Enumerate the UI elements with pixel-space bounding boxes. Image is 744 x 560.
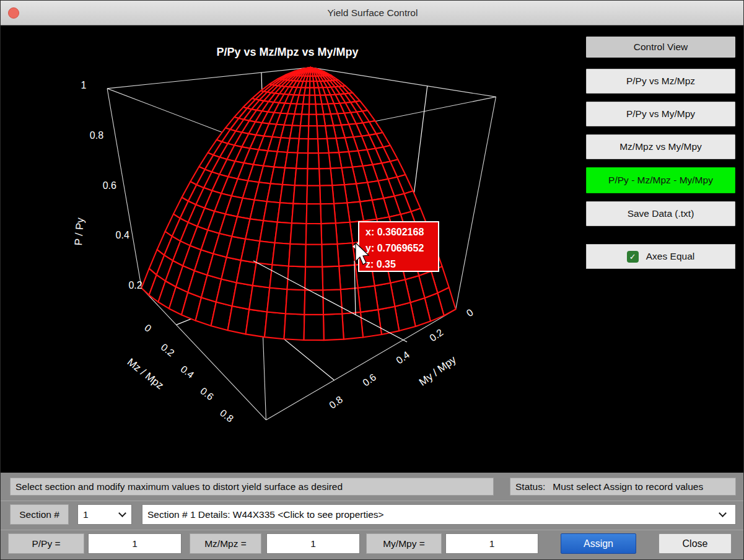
sidebar-button-control-view[interactable]: Control View [586,37,735,58]
separator [1,501,744,501]
svg-text:0.6: 0.6 [361,372,378,388]
axes-equal-checkbox[interactable]: ✓ [627,251,639,263]
svg-text:P/Py vs Mz/Mpz vs My/Mpy: P/Py vs Mz/Mpz vs My/Mpy [216,46,358,58]
sidebar-button-label: P/Py - Mz/Mpz - My/Mpy [608,175,713,186]
mympy-input[interactable] [445,533,538,554]
svg-text:y: 0.7069652: y: 0.7069652 [365,243,424,253]
svg-text:1: 1 [81,80,87,90]
instruction-label: Select section and modify maximum values… [10,478,494,496]
svg-text:0: 0 [142,322,154,334]
svg-text:z: 0.35: z: 0.35 [365,259,396,269]
svg-text:0.8: 0.8 [327,394,344,411]
svg-text:0.6: 0.6 [198,385,216,402]
ppy-field-label: P/Py = [8,533,84,554]
svg-text:0: 0 [465,307,475,318]
status-message: Must select Assign to record values [553,481,703,492]
svg-text:Mz / Mpz: Mz / Mpz [125,356,166,392]
svg-text:0.4: 0.4 [178,364,196,380]
sidebar-button-label: P/Py vs My/Mpy [626,108,695,120]
sidebar-button-label: Mz/Mpz vs My/Mpy [619,141,702,152]
sidebar-button-save-data[interactable]: Save Data (.txt) [586,201,735,226]
sidebar-button-ppy-vs-mzmpz[interactable]: P/Py vs Mz/Mpz [586,69,735,94]
datatip: x: 0.3602168y: 0.7069652z: 0.35 [352,222,439,271]
mzmpz-input[interactable] [266,533,360,554]
svg-text:0.2: 0.2 [427,327,445,344]
svg-text:0.6: 0.6 [103,180,116,191]
yield-surface-control-window: Yield Surface Control 00.20.40.60.800.20… [0,0,744,560]
svg-text:0.8: 0.8 [90,130,103,141]
mzmpz-field-label: Mz/Mpz = [190,533,261,554]
chevron-down-icon [719,509,727,517]
plot-title: P/Py vs Mz/Mpz vs My/Mpy [216,46,358,58]
svg-text:0.4: 0.4 [116,230,129,240]
axes-equal-label: Axes Equal [646,251,694,262]
status-prefix: Status: [515,481,545,492]
svg-text:0.8: 0.8 [218,408,235,424]
bottom-control-panel: Select section and modify maximum values… [1,473,744,560]
section-details-value: Section # 1 Details: W44X335 <Click to s… [147,509,384,520]
sidebar-button-mzmpz-vs-mympy[interactable]: Mz/Mpz vs My/Mpy [586,134,735,159]
sidebar-button-label: Save Data (.txt) [628,208,694,219]
section-details-select[interactable]: Section # 1 Details: W44X335 <Click to s… [142,504,736,525]
svg-text:0.4: 0.4 [394,349,411,366]
assign-button[interactable]: Assign [561,533,636,554]
svg-text:My / Mpy: My / Mpy [417,354,458,388]
ppy-input[interactable] [88,533,182,554]
status-label: Status: Must select Assign to record val… [510,478,736,496]
titlebar: Yield Surface Control [1,1,744,25]
mympy-field-label: My/Mpy = [366,533,442,554]
axes-equal-panel: ✓ Axes Equal [586,244,735,269]
section-number-label: Section # [10,504,69,525]
sidebar-button-3d-view[interactable]: P/Py - Mz/Mpz - My/Mpy [586,167,735,193]
window-title: Yield Surface Control [1,1,744,25]
svg-text:P / Py: P / Py [72,217,86,246]
separator [1,530,744,530]
yield-surface-3d-plot[interactable]: 00.20.40.60.800.20.40.60.80.20.40.60.81M… [1,25,583,473]
sidebar-button-label: Control View [634,42,688,53]
sidebar-button-ppy-vs-mympy[interactable]: P/Py vs My/Mpy [586,102,735,126]
svg-text:0.2: 0.2 [159,341,177,358]
svg-text:0.2: 0.2 [128,280,142,291]
yield-surface [141,68,455,340]
close-button[interactable]: Close [659,533,732,554]
sidebar-button-label: P/Py vs Mz/Mpz [626,76,695,87]
chevron-down-icon [118,509,126,517]
section-number-value: 1 [83,509,89,520]
checkmark-icon: ✓ [629,252,636,261]
svg-text:x: 0.3602168: x: 0.3602168 [365,227,424,237]
section-number-select[interactable]: 1 [77,504,132,525]
